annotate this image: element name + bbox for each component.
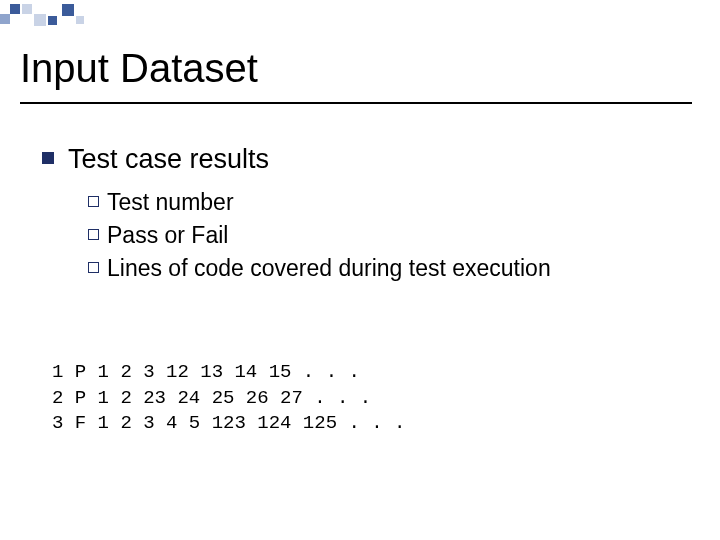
deco-square	[62, 4, 74, 16]
data-row: 3 F 1 2 3 4 5 123 124 125 . . .	[52, 412, 405, 434]
bullet-hollow-square-icon	[88, 229, 99, 240]
list-item-text: Test number	[107, 189, 234, 216]
content-area: Test case results Test number Pass or Fa…	[42, 144, 690, 288]
list-item: Pass or Fail	[88, 222, 690, 249]
deco-square	[48, 16, 57, 25]
bullet-hollow-square-icon	[88, 262, 99, 273]
data-sample: 1 P 1 2 3 12 13 14 15 . . . 2 P 1 2 23 2…	[52, 360, 405, 437]
deco-square	[76, 16, 84, 24]
list-item-text: Pass or Fail	[107, 222, 228, 249]
title-underline	[20, 102, 692, 104]
bullet-hollow-square-icon	[88, 196, 99, 207]
deco-square	[34, 14, 46, 26]
corner-decoration	[0, 4, 140, 24]
list-item-text: Lines of code covered during test execut…	[107, 255, 551, 282]
deco-square	[0, 14, 10, 24]
data-row: 1 P 1 2 3 12 13 14 15 . . .	[52, 361, 360, 383]
data-row: 2 P 1 2 23 24 25 26 27 . . .	[52, 387, 371, 409]
bullet-filled-square-icon	[42, 152, 54, 164]
sub-list: Test number Pass or Fail Lines of code c…	[88, 189, 690, 282]
slide-title: Input Dataset	[20, 46, 258, 91]
deco-square	[10, 4, 20, 14]
list-item: Test number	[88, 189, 690, 216]
list-item: Test case results	[42, 144, 690, 175]
list-item-text: Test case results	[68, 144, 269, 175]
list-item: Lines of code covered during test execut…	[88, 255, 690, 282]
deco-square	[22, 4, 32, 14]
